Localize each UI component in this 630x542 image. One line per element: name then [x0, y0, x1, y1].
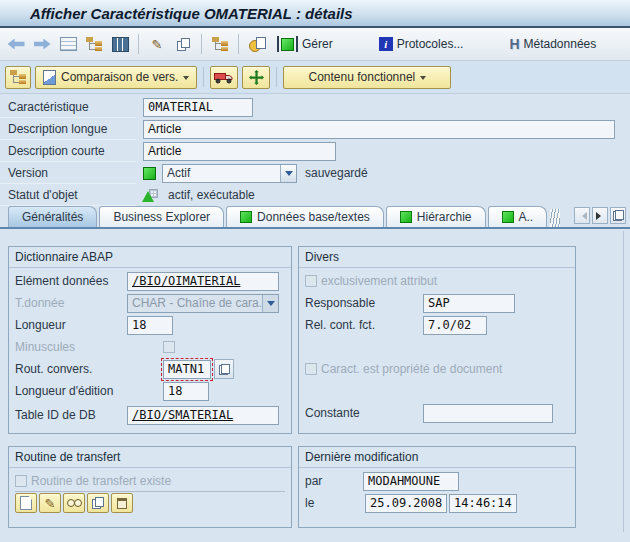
display-change-button[interactable]: ✎ [147, 33, 167, 55]
tab-label: Hiérarchie [417, 210, 472, 224]
abap-dictionary-groupbox: Dictionnaire ABAP Elément données /BIO/O… [8, 246, 292, 434]
forward-button[interactable] [32, 33, 52, 55]
length-field[interactable]: 18 [127, 316, 173, 335]
triangle-right-icon [596, 212, 605, 220]
chevron-down-icon [285, 171, 293, 180]
tab-business-explorer[interactable]: Business Explorer [99, 206, 224, 227]
attribute-only-label: exclusivement attribut [321, 274, 437, 288]
copy-routine-button[interactable] [87, 493, 109, 513]
lowercase-checkbox [163, 341, 175, 353]
metadata-icon: H [509, 37, 519, 51]
lowercase-label: Minuscules [15, 340, 127, 354]
transfer-routine-groupbox: Routine de transfert Routine de transfer… [8, 446, 292, 528]
hierarchy-display-button[interactable] [5, 66, 31, 89]
length-row: Longueur 18 [15, 315, 285, 335]
tree-view-button[interactable] [84, 33, 104, 55]
transfer-routine-buttons-row: ✎ [15, 493, 285, 513]
protocols-button[interactable]: i Protocoles... [375, 33, 468, 55]
long-description-field[interactable]: Article [143, 120, 615, 139]
data-element-label: Elément données [15, 274, 127, 288]
change-date-field[interactable]: 25.09.2008 [365, 494, 447, 513]
copy-icon [92, 497, 104, 509]
short-description-label: Description courte [0, 140, 136, 162]
tab-attributs-truncated[interactable]: A.. [488, 206, 548, 227]
version-compare-button[interactable]: Comparaison de vers. [35, 66, 197, 89]
tab-scroll-left-button[interactable] [574, 207, 590, 224]
document-property-checkbox [305, 363, 317, 375]
transport-connection-button[interactable] [210, 33, 230, 55]
manage-icon [277, 36, 298, 52]
metadata-label: Métadonnées [524, 37, 597, 51]
last-change-groupbox: Dernière modification par MODAHMOUNE le … [298, 446, 576, 528]
compare-document-icon [43, 70, 56, 85]
display-routine-button[interactable] [63, 493, 85, 513]
toolbar-separator [138, 34, 139, 54]
metadata-button[interactable]: H Métadonnées [505, 33, 600, 55]
change-routine-button[interactable]: ✎ [39, 493, 61, 513]
output-length-label: Longueur d'édition [15, 384, 127, 398]
title-bar: Afficher Caractéristique OMATERIAL : dét… [0, 0, 630, 28]
manage-label: Gérer [302, 37, 333, 51]
copy-pages-button[interactable] [247, 33, 267, 55]
transport-button[interactable] [210, 66, 238, 89]
overview-button[interactable] [58, 33, 78, 55]
green-led-icon [281, 38, 294, 51]
menu-arrow-icon [420, 76, 426, 83]
attribute-only-checkbox [305, 275, 317, 287]
version-status-text: sauvegardé [305, 166, 368, 180]
delete-routine-button[interactable] [111, 493, 133, 513]
tab-generalites[interactable]: Généralités [8, 206, 97, 227]
long-description-row: Description longue Article [0, 118, 630, 140]
length-label: Longueur [15, 318, 127, 332]
version-dropdown[interactable]: Actif [162, 164, 297, 183]
multiple-values-button[interactable] [214, 359, 234, 379]
changed-by-field[interactable]: MODAHMOUNE [363, 472, 459, 491]
content-release-row: Rel. cont. fct. 7.0/02 [305, 315, 569, 335]
move-object-button[interactable] [242, 66, 270, 89]
copy-object-button[interactable] [173, 33, 193, 55]
content-right-border [623, 231, 624, 532]
responsible-label: Responsable [305, 296, 423, 310]
misc-groupbox: Divers exclusivement attribut Responsabl… [298, 246, 576, 434]
tab-underline [0, 227, 630, 229]
change-time-field[interactable]: 14:46:14 [449, 494, 517, 513]
content-release-field[interactable]: 7.0/02 [423, 316, 487, 335]
changed-by-label: par [305, 474, 363, 488]
back-button[interactable] [6, 33, 26, 55]
copy-icon [177, 38, 190, 51]
page-title: Afficher Caractéristique OMATERIAL : dét… [30, 5, 353, 22]
create-routine-button[interactable] [15, 493, 37, 513]
system-toolbar: ✎ Gérer i Protocoles... H Métadonnées [0, 28, 630, 61]
tab-scroll-right-button[interactable] [592, 207, 608, 224]
toolbar-separator [276, 67, 277, 87]
manage-button[interactable]: Gérer [273, 33, 337, 55]
data-element-field[interactable]: /BIO/OIMATERIAL [127, 272, 279, 291]
output-length-field[interactable]: 18 [163, 382, 209, 401]
constant-field[interactable] [423, 404, 553, 423]
tab-list-button[interactable] [610, 207, 626, 224]
sid-table-field[interactable]: /BIO/SMATERIAL [127, 406, 279, 425]
short-description-field[interactable]: Article [143, 142, 336, 161]
overlapping-squares-icon [219, 364, 230, 375]
toolbar-separator [238, 34, 239, 54]
document-property-label: Caract. est propriété de document [321, 362, 502, 376]
responsible-field[interactable]: SAP [423, 294, 515, 313]
glasses-icon [67, 499, 82, 507]
grid-view-button[interactable] [110, 33, 130, 55]
green-led-icon [502, 211, 514, 223]
transfer-routine-exists-checkbox [15, 475, 27, 487]
chevron-down-icon [267, 301, 275, 310]
dropdown-button[interactable] [280, 165, 296, 182]
constant-row: Constante [305, 403, 569, 423]
characteristic-field[interactable]: 0MATERIAL [143, 98, 253, 117]
object-status-label: Statut d'objet [0, 184, 136, 206]
tab-donnees-base-textes[interactable]: Données base/textes [226, 206, 384, 227]
info-icon: i [379, 37, 393, 51]
conversion-routine-field[interactable]: MATN1 [163, 360, 211, 379]
responsible-row: Responsable SAP [305, 293, 569, 313]
tab-hierarchie[interactable]: Hiérarchie [386, 206, 486, 227]
protocols-label: Protocoles... [397, 37, 464, 51]
tab-label: Généralités [22, 210, 83, 224]
back-icon [8, 39, 25, 50]
functional-content-button[interactable]: Contenu fonctionnel [283, 66, 451, 89]
